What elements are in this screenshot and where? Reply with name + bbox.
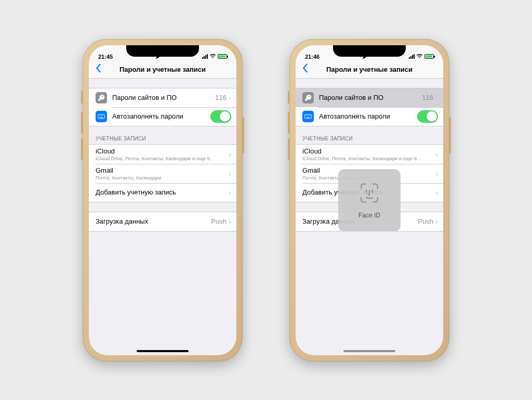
faceid-label: Face ID <box>358 212 380 219</box>
wifi-icon <box>416 54 423 60</box>
chevron-right-icon: › <box>435 93 438 102</box>
chevron-right-icon: › <box>229 169 231 178</box>
svg-rect-9 <box>308 115 309 115</box>
status-time: 21:46 <box>305 54 320 60</box>
row-autofill[interactable]: Автозаполнять пароли <box>89 107 236 126</box>
home-indicator[interactable] <box>343 350 395 352</box>
row-fetch[interactable]: Загрузка данных Push › <box>89 212 236 231</box>
row-value: 116 <box>422 94 433 101</box>
svg-rect-4 <box>102 115 103 115</box>
chevron-right-icon: › <box>435 150 438 159</box>
section-header-accounts: УЧЕТНЫЕ ЗАПИСИ <box>296 126 443 144</box>
battery-icon <box>424 54 434 59</box>
row-label: Автозаполнять пароли <box>319 112 417 120</box>
row-label: Gmail <box>96 166 229 174</box>
chevron-right-icon: › <box>435 188 438 197</box>
row-label: iCloud <box>96 147 229 155</box>
phone-mockup: 21:46 ➤ Пароли и учетные записи <box>289 39 449 362</box>
row-label: Пароли сайтов и ПО <box>319 94 422 101</box>
notch <box>333 45 406 57</box>
row-account-icloud[interactable]: iCloud iCloud Drive, Почта, Контакты, Ка… <box>89 145 236 164</box>
chevron-right-icon: › <box>229 93 231 102</box>
chevron-right-icon: › <box>435 169 438 178</box>
row-label: Добавить учетную запись <box>96 188 229 196</box>
row-label: Загрузка данных <box>96 217 211 225</box>
svg-rect-11 <box>307 117 310 118</box>
row-add-account[interactable]: Добавить учетную запись › <box>89 183 236 202</box>
row-sublabel: Почта, Контакты, Календари <box>96 175 229 180</box>
row-autofill[interactable]: Автозаполнять пароли <box>296 107 443 126</box>
row-label: iCloud <box>302 147 435 155</box>
row-value: Push <box>211 217 227 225</box>
key-icon <box>302 92 314 104</box>
faceid-icon <box>357 181 381 207</box>
svg-rect-6 <box>305 114 312 118</box>
status-time: 21:45 <box>98 54 113 60</box>
wifi-icon <box>209 54 216 60</box>
svg-rect-5 <box>100 117 103 118</box>
row-passwords[interactable]: Пароли сайтов и ПО 116 › <box>296 88 443 107</box>
svg-rect-3 <box>101 115 102 115</box>
row-value: 116 <box>215 94 227 101</box>
svg-rect-2 <box>100 115 101 115</box>
notch <box>126 45 199 57</box>
nav-bar: Пароли и учетные записи <box>296 61 443 79</box>
signal-icon <box>409 54 415 59</box>
nav-title: Пароли и учетные записи <box>296 66 443 73</box>
row-sublabel: iCloud Drive, Почта, Контакты, Календари… <box>302 156 435 161</box>
autofill-toggle[interactable] <box>210 110 231 123</box>
phone-mockup: 21:45 ➤ Пароли и учетные записи <box>83 39 243 362</box>
row-label: Автозаполнять пароли <box>112 112 210 120</box>
svg-rect-7 <box>305 115 306 115</box>
signal-icon <box>202 54 208 59</box>
chevron-right-icon: › <box>229 217 231 226</box>
chevron-right-icon: › <box>229 150 231 159</box>
screen: 21:46 ➤ Пароли и учетные записи <box>296 45 443 355</box>
svg-rect-0 <box>98 114 105 118</box>
section-header-accounts: УЧЕТНЫЕ ЗАПИСИ <box>89 126 236 144</box>
screen: 21:45 ➤ Пароли и учетные записи <box>89 45 236 355</box>
faceid-overlay: Face ID <box>338 169 401 231</box>
row-value: Push <box>418 217 433 225</box>
row-account-gmail[interactable]: Gmail Почта, Контакты, Календари › <box>89 164 236 183</box>
row-label: Пароли сайтов и ПО <box>112 94 215 101</box>
svg-rect-10 <box>309 115 310 115</box>
nav-bar: Пароли и учетные записи <box>89 61 236 79</box>
keyboard-icon <box>96 111 107 122</box>
home-indicator[interactable] <box>137 350 189 352</box>
key-icon <box>96 92 107 104</box>
row-account-icloud[interactable]: iCloud iCloud Drive, Почта, Контакты, Ка… <box>296 145 443 164</box>
nav-title: Пароли и учетные записи <box>89 66 236 73</box>
keyboard-icon <box>302 111 314 122</box>
battery-icon <box>218 54 227 59</box>
row-sublabel: iCloud Drive, Почта, Контакты, Календари… <box>96 156 229 161</box>
svg-rect-1 <box>99 115 99 115</box>
chevron-right-icon: › <box>435 217 438 226</box>
svg-rect-8 <box>307 115 308 115</box>
autofill-toggle[interactable] <box>417 110 438 123</box>
content[interactable]: Пароли сайтов и ПО 116 › Автозаполнять п… <box>89 79 236 355</box>
chevron-right-icon: › <box>229 188 231 197</box>
row-passwords[interactable]: Пароли сайтов и ПО 116 › <box>89 88 236 107</box>
